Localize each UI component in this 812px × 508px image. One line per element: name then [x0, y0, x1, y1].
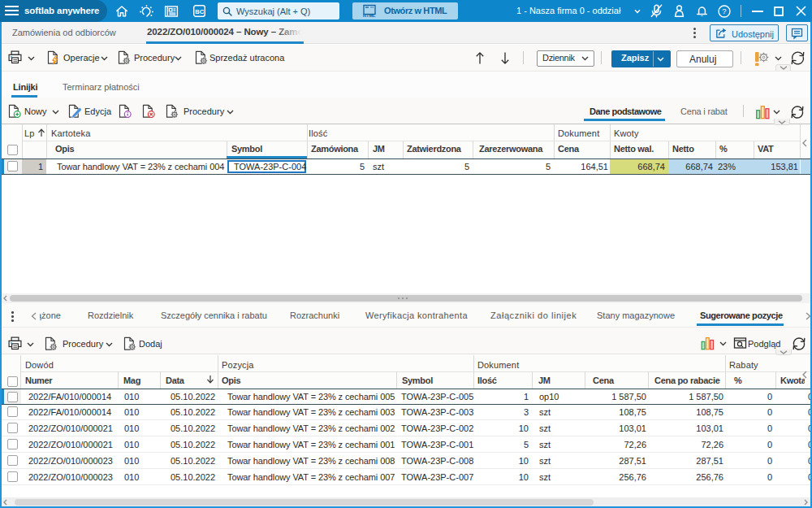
svg-text:BC: BC [195, 8, 204, 15]
svg-text:HTML: HTML [363, 13, 376, 18]
svg-text:?: ? [722, 7, 726, 15]
